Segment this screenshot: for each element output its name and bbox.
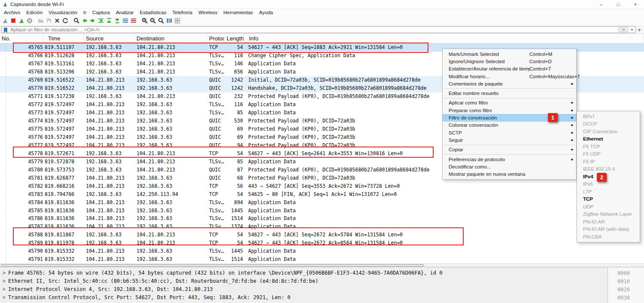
add-filter-button[interactable]: + xyxy=(636,27,643,33)
find-packet-icon[interactable] xyxy=(72,16,80,25)
column-header-info[interactable]: Info xyxy=(244,34,644,43)
packet-row-45787[interactable]: 45787819.811636104.21.80.213192.168.3.63… xyxy=(0,223,644,231)
last-packet-icon[interactable] xyxy=(113,16,121,25)
save-file-icon[interactable] xyxy=(45,16,53,25)
bookmark-icon[interactable] xyxy=(3,27,9,33)
goto-packet-icon[interactable] xyxy=(97,16,105,25)
context-menu-item-copiar[interactable]: Copiar▶ xyxy=(443,146,576,153)
submenu-item-udp[interactable]: UDP xyxy=(577,203,640,211)
submenu-item-pn-io-ar[interactable]: PN-IO AR xyxy=(577,218,640,226)
minimize-button[interactable]: – xyxy=(592,0,610,8)
packet-row-45788[interactable]: 45788819.811867192.168.3.63104.21.80.213… xyxy=(0,231,644,239)
context-menu-item-comentarios-de-paquete[interactable]: Comentarios de paquete▶ xyxy=(443,80,576,87)
context-menu-item-editar-nombre-resuelto[interactable]: Editar nombre resuelto xyxy=(443,89,576,97)
expand-arrow-icon[interactable]: > xyxy=(3,286,8,292)
context-menu-item-ignore-unignore-selected[interactable]: Ignore/Unignore SelectedControl+D xyxy=(443,58,576,65)
zoom-in-icon[interactable] xyxy=(140,16,149,25)
packet-row-45784[interactable]: 45784819.811636104.21.80.213192.168.3.63… xyxy=(0,198,644,206)
context-menu-item-colorear-conversaci-n[interactable]: Colorear conversación▶ xyxy=(443,122,576,129)
context-menu-item-aplicar-como-filtro[interactable]: Aplicar como filtro▶ xyxy=(443,99,576,107)
context-menu-item-preferencias-de-protocolo[interactable]: Preferencias de protocolo▶ xyxy=(443,156,576,163)
packet-row-45783[interactable]: 45783819.794766192.168.3.63142.250.113.9… xyxy=(0,190,644,198)
submenu-item-tcp[interactable]: TCP xyxy=(577,196,640,203)
submenu-item-f5-udp[interactable]: F5 UDP xyxy=(577,150,640,158)
submenu-item-ipv4[interactable]: IPv4 xyxy=(577,173,640,181)
column-header-destination[interactable]: Destination xyxy=(134,34,207,43)
submenu-item-pn-io-ar-with-data[interactable]: PN-IO AR (with data) xyxy=(577,226,640,233)
menu-analizar[interactable]: Analizar xyxy=(113,9,137,15)
packet-row-45790[interactable]: 45790819.815332104.21.80.213192.168.3.63… xyxy=(0,247,644,255)
column-header-source[interactable]: Source xyxy=(84,34,134,43)
submenu-item-f5-tcp[interactable]: F5 TCP xyxy=(577,143,640,150)
column-header-length[interactable]: Length xyxy=(225,34,244,43)
start-capture-icon[interactable] xyxy=(1,16,9,25)
menu-ir[interactable]: Ir xyxy=(80,9,89,15)
colorize-icon[interactable] xyxy=(121,16,129,25)
close-button[interactable]: × xyxy=(627,0,644,8)
submenu-item-bpv7[interactable]: BPv7 xyxy=(577,113,640,120)
protocol-tree-item[interactable]: >Ethernet II, Src: Intel_5c:40:cc (80:b6… xyxy=(3,278,606,286)
submenu-item-ethernet[interactable]: Ethernet xyxy=(577,135,640,143)
menu-herramientas[interactable]: Herramientas xyxy=(220,9,256,15)
menu-visualización[interactable]: Visualización xyxy=(46,9,80,15)
column-header-no[interactable]: No. xyxy=(0,34,43,43)
menu-telefonía[interactable]: Telefonía xyxy=(170,9,196,15)
expand-arrow-icon[interactable]: > xyxy=(3,294,8,300)
packet-row-45785[interactable]: 45785819.811636104.21.80.213192.168.3.63… xyxy=(0,206,644,214)
packet-row-45791[interactable]: 45791819.815332104.21.80.213192.168.3.63… xyxy=(0,255,644,263)
column-header-protocol[interactable]: Protoc xyxy=(207,34,225,43)
column-header-time[interactable]: Time xyxy=(43,34,84,43)
context-menu-item-seguir[interactable]: Seguir▶ xyxy=(443,136,576,144)
context-menu-item-filtro-de-conversaci-n[interactable]: Filtro de conversación▶ xyxy=(443,114,576,121)
next-packet-icon[interactable] xyxy=(88,16,97,25)
packet-row-45789[interactable]: 45789819.811978192.168.3.63104.21.80.213… xyxy=(0,239,644,247)
apply-filter-button[interactable]: ➜ xyxy=(618,27,629,32)
context-menu-item-decodificar-como[interactable]: Decodificar como... xyxy=(443,163,576,170)
context-menu-item-mostrar-paquete-en-nueva-ventana[interactable]: Mostrar paquete en nueva ventana xyxy=(443,170,576,178)
menu-edición[interactable]: Edición xyxy=(23,9,46,15)
display-filter-input[interactable] xyxy=(10,27,618,32)
menu-ayuda[interactable]: Ayuda xyxy=(256,9,276,15)
submenu-item-pn-cba[interactable]: PN-CBA xyxy=(577,233,640,241)
context-menu-item-sctp[interactable]: SCTP▶ xyxy=(443,129,576,136)
reload-icon[interactable] xyxy=(61,16,69,25)
prev-packet-icon[interactable] xyxy=(80,16,88,25)
submenu-item-ipv6[interactable]: IPv6 xyxy=(577,181,640,188)
submenu-item-f5-ip[interactable]: F5 IP xyxy=(577,158,640,165)
zoom-reset-icon[interactable] xyxy=(157,16,165,25)
context-menu-item-establecer-anular-referencia-de-tiempo[interactable]: Establecer/Anular referencia de tiempoCo… xyxy=(443,65,576,73)
reset-layout-icon[interactable] xyxy=(173,16,181,25)
expand-arrow-icon[interactable]: > xyxy=(3,278,8,284)
protocol-tree-item[interactable]: >Frame 45765: 54 bytes on wire (432 bits… xyxy=(3,270,606,278)
context-menu-item-mark-unmark-selected[interactable]: Mark/Unmark SelectedControl+M xyxy=(443,50,576,58)
expand-arrow-icon[interactable]: > xyxy=(3,270,8,276)
restart-capture-icon[interactable] xyxy=(17,16,25,25)
context-menu-item-preparar-como-filtro[interactable]: Preparar como filtro▶ xyxy=(443,107,576,114)
packet-row-45786[interactable]: 45786819.811636104.21.80.213192.168.3.63… xyxy=(0,214,644,223)
horizontal-scrollbar-thumb[interactable] xyxy=(1,264,424,266)
close-file-icon[interactable] xyxy=(53,16,61,25)
open-file-icon[interactable] xyxy=(36,16,45,25)
autoscroll-icon[interactable] xyxy=(129,16,137,25)
submenu-item-zigbee-network-layer[interactable]: ZigBee Network Layer xyxy=(577,211,640,218)
stop-capture-icon[interactable] xyxy=(9,16,17,25)
menu-archivo[interactable]: Archivo xyxy=(1,9,23,15)
menu-captura[interactable]: Captura xyxy=(89,9,113,15)
submenu-item-cip-connection[interactable]: CIP Connection xyxy=(577,128,640,135)
maximize-button[interactable]: □ xyxy=(610,0,627,8)
horizontal-scrollbar[interactable] xyxy=(0,263,644,267)
menu-wireless[interactable]: Wireless xyxy=(195,9,220,15)
protocol-tree-item[interactable]: >Internet Protocol Version 4, Src: 192.1… xyxy=(3,286,606,294)
display-filter-field[interactable]: ➜ ▼ xyxy=(1,26,636,33)
context-menu-item-modificar-horario[interactable]: Modificar horario...Control+Mayúsculas+T xyxy=(443,73,576,80)
submenu-item-ltp[interactable]: LTP xyxy=(577,188,640,196)
capture-options-icon[interactable] xyxy=(25,16,33,25)
first-packet-icon[interactable] xyxy=(105,16,113,25)
submenu-item-dccp[interactable]: DCCP xyxy=(577,120,640,128)
zoom-out-icon[interactable] xyxy=(149,16,157,25)
menu-estadísticas[interactable]: Estadísticas xyxy=(137,9,170,15)
protocol-tree-item[interactable]: >Transmission Control Protocol, Src Port… xyxy=(3,294,606,303)
filter-dropdown-icon[interactable]: ▼ xyxy=(630,28,635,32)
submenu-item-ieee-802-15-4[interactable]: IEEE 802.15.4 xyxy=(577,165,640,173)
resize-columns-icon[interactable] xyxy=(165,16,173,25)
